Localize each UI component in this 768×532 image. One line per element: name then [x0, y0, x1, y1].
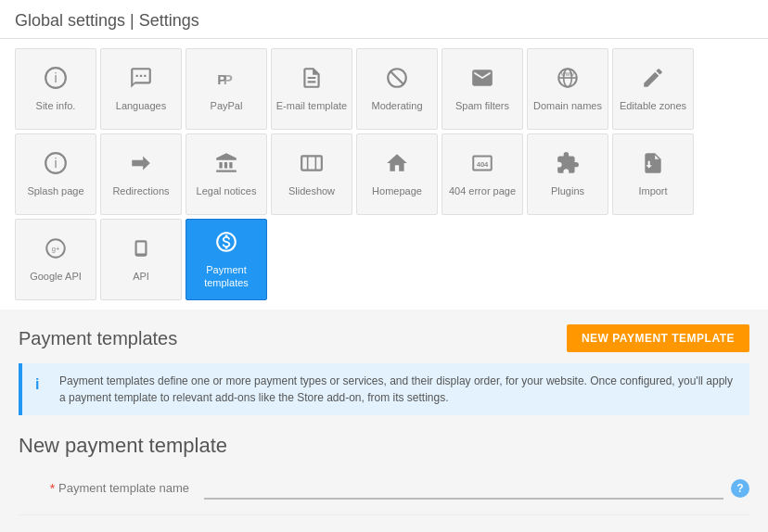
settings-item-slideshow[interactable]: Slideshow — [271, 133, 352, 215]
plugins-icon — [556, 151, 580, 179]
settings-item-import[interactable]: Import — [612, 133, 694, 215]
settings-item-label: PayPal — [207, 99, 247, 112]
svg-rect-12 — [301, 156, 322, 170]
settings-item-label: E-mail template — [273, 99, 351, 112]
svg-text:P: P — [224, 70, 233, 86]
site-info-icon: i — [44, 66, 68, 94]
content-area: Payment templates NEW PAYMENT TEMPLATE i… — [0, 310, 768, 532]
settings-grid-area: i Site info. Languages PP PayPal E-mail … — [0, 39, 768, 310]
section-title: Payment templates — [19, 328, 177, 349]
google-api-icon: g+ — [44, 236, 68, 264]
settings-item-legal-notices[interactable]: Legal notices — [186, 133, 267, 215]
moderating-icon — [385, 66, 409, 94]
slideshow-icon — [300, 151, 324, 179]
settings-item-payment-templates[interactable]: Payment templates — [186, 219, 267, 300]
settings-item-paypal[interactable]: PP PayPal — [186, 48, 267, 130]
settings-item-label: Payment templates — [186, 263, 266, 290]
settings-item-label: 404 error page — [445, 184, 519, 197]
settings-item-label: Redirections — [109, 184, 173, 197]
info-icon: i — [35, 374, 50, 396]
redirections-icon — [129, 151, 153, 179]
svg-text:404: 404 — [477, 160, 489, 169]
required-indicator: * — [50, 481, 55, 496]
settings-item-spam-filters[interactable]: Spam filters — [442, 48, 523, 130]
settings-item-editable-zones[interactable]: Editable zones — [612, 48, 694, 130]
settings-item-label: Site info. — [32, 99, 80, 112]
settings-item-moderating[interactable]: Moderating — [356, 48, 438, 130]
settings-grid: i Site info. Languages PP PayPal E-mail … — [15, 48, 753, 300]
help-icon-template-name[interactable]: ? — [731, 479, 749, 498]
svg-text:g+: g+ — [52, 245, 60, 253]
paypal-icon: PP — [214, 66, 238, 94]
legal-notices-icon — [214, 151, 238, 179]
settings-item-label: Moderating — [367, 99, 426, 112]
settings-item-email-template[interactable]: E-mail template — [271, 48, 352, 130]
settings-item-site-info[interactable]: i Site info. — [15, 48, 96, 130]
settings-item-splash-page[interactable]: i Splash page — [15, 133, 96, 215]
settings-item-languages[interactable]: Languages — [100, 48, 182, 130]
svg-text:i: i — [54, 70, 57, 85]
settings-item-label: Splash page — [23, 184, 87, 197]
settings-item-404-error-page[interactable]: 404 404 error page — [442, 133, 523, 215]
settings-item-google-api[interactable]: g+ Google API — [15, 219, 96, 300]
payment-templates-icon — [214, 230, 238, 258]
settings-item-label: Domain names — [530, 99, 606, 112]
settings-item-label: API — [129, 270, 153, 283]
settings-item-label: Homepage — [368, 184, 426, 197]
languages-icon — [129, 66, 153, 94]
settings-item-label: Languages — [112, 99, 170, 112]
settings-item-label: Import — [634, 184, 671, 197]
page-title: Global settings | Settings — [0, 0, 768, 39]
settings-item-label: Editable zones — [616, 99, 690, 112]
settings-item-plugins[interactable]: Plugins — [527, 133, 608, 215]
form-section-title: New payment template — [19, 434, 749, 458]
svg-text:i: i — [54, 156, 57, 171]
settings-item-label: Slideshow — [285, 184, 339, 197]
field-input-template-name[interactable] — [204, 476, 723, 500]
404-error-page-icon: 404 — [470, 151, 494, 179]
spam-filters-icon — [470, 66, 494, 94]
section-header-row: Payment templates NEW PAYMENT TEMPLATE — [19, 324, 749, 352]
info-text: Payment templates define one or more pay… — [59, 373, 736, 406]
settings-item-domain-names[interactable]: www Domain names — [527, 48, 608, 130]
settings-item-label: Legal notices — [193, 184, 261, 197]
splash-page-icon: i — [44, 151, 68, 179]
svg-rect-19 — [136, 241, 147, 255]
email-template-icon — [300, 66, 324, 94]
svg-line-5 — [390, 70, 403, 84]
form-label-template-name: * Payment template name — [19, 481, 204, 496]
settings-item-api[interactable]: API — [100, 219, 182, 300]
form-row-template-name: * Payment template name ? — [19, 476, 749, 515]
form-rows: * Payment template name ? Description ? — [19, 476, 749, 532]
info-box: i Payment templates define one or more p… — [19, 363, 749, 415]
settings-item-homepage[interactable]: Homepage — [356, 133, 438, 215]
editable-zones-icon — [641, 66, 665, 94]
homepage-icon — [385, 151, 409, 179]
new-payment-template-button[interactable]: NEW PAYMENT TEMPLATE — [567, 324, 749, 352]
api-icon — [129, 236, 153, 264]
settings-item-redirections[interactable]: Redirections — [100, 133, 182, 215]
settings-item-label: Google API — [26, 270, 85, 283]
form-input-col-template-name: ? — [204, 476, 749, 500]
import-icon — [641, 151, 665, 179]
field-label-text: Payment template name — [58, 481, 189, 495]
settings-item-label: Spam filters — [452, 99, 513, 112]
settings-item-label: Plugins — [547, 184, 588, 197]
domain-names-icon: www — [556, 66, 580, 94]
